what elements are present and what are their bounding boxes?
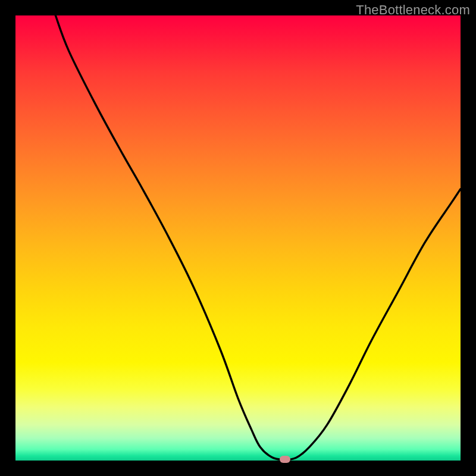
bottleneck-curve: [55, 15, 461, 460]
watermark-label: TheBottleneck.com: [356, 2, 470, 18]
curve-svg: [15, 15, 461, 461]
optimal-marker: [280, 456, 290, 463]
plot-area: [15, 15, 461, 461]
chart-container: TheBottleneck.com: [0, 0, 476, 476]
